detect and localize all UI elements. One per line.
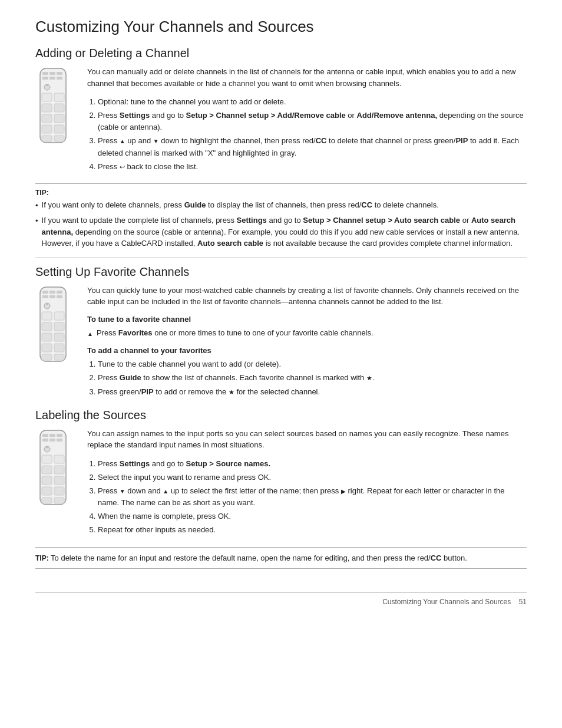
svg-rect-51 bbox=[54, 466, 64, 474]
favorites-content: You can quickly tune to your most-watche… bbox=[87, 285, 527, 403]
labeling-tip-block: TIP: To delete the name for an input and… bbox=[35, 547, 527, 569]
tip-bullet-2: • If you want to update the complete lis… bbox=[35, 215, 527, 249]
labeling-content: You can assign names to the input ports … bbox=[87, 428, 527, 541]
svg-rect-25 bbox=[49, 295, 55, 298]
svg-rect-34 bbox=[54, 333, 64, 341]
svg-rect-48 bbox=[42, 455, 52, 463]
footer-text: Customizing Your Channels and Sources 51 bbox=[382, 598, 527, 606]
svg-rect-38 bbox=[54, 354, 64, 360]
add-fav-step-1: Tune to the cable channel you want to ad… bbox=[98, 358, 527, 370]
adding-step-2: Press Settings and go to Setup > Channel… bbox=[98, 110, 527, 133]
svg-rect-49 bbox=[54, 455, 64, 463]
adding-tip-label: TIP: bbox=[35, 189, 527, 197]
tip-bullet-2-text: If you want to update the complete list … bbox=[42, 215, 527, 249]
add-favorites-steps: Tune to the cable channel you want to ad… bbox=[87, 358, 527, 397]
svg-rect-16 bbox=[42, 125, 52, 133]
svg-rect-2 bbox=[49, 72, 55, 75]
labeling-step-1: Press Settings and go to Setup > Source … bbox=[98, 458, 527, 470]
svg-rect-56 bbox=[42, 498, 52, 503]
subsection-tune-title: To tune to a favorite channel bbox=[87, 315, 527, 324]
favorites-block: You can quickly tune to your most-watche… bbox=[35, 285, 527, 403]
svg-rect-14 bbox=[42, 114, 52, 123]
svg-rect-6 bbox=[57, 77, 62, 80]
adding-step-1: Optional: tune to the channel you want t… bbox=[98, 96, 527, 108]
svg-rect-18 bbox=[42, 136, 52, 141]
adding-channel-block: You can manually add or delete channels … bbox=[35, 66, 527, 177]
labeling-step-2: Select the input you want to rename and … bbox=[98, 472, 527, 483]
page-title: Customizing Your Channels and Sources bbox=[35, 18, 527, 36]
svg-rect-9 bbox=[46, 84, 48, 86]
svg-rect-36 bbox=[54, 344, 64, 352]
svg-rect-12 bbox=[42, 104, 52, 112]
svg-rect-47 bbox=[46, 446, 48, 448]
svg-rect-54 bbox=[42, 487, 52, 495]
svg-rect-28 bbox=[46, 303, 48, 305]
svg-rect-37 bbox=[42, 354, 52, 360]
svg-rect-1 bbox=[42, 72, 48, 75]
remote-icon-2 bbox=[35, 286, 71, 363]
svg-rect-32 bbox=[54, 322, 64, 331]
svg-rect-17 bbox=[54, 125, 64, 133]
svg-rect-50 bbox=[42, 466, 52, 474]
tip-bullet-sym-2: • bbox=[35, 215, 38, 249]
svg-rect-44 bbox=[49, 439, 55, 442]
subsection-add-title: To add a channel to your favorites bbox=[87, 346, 527, 355]
remote-image-3 bbox=[35, 428, 77, 541]
svg-rect-45 bbox=[57, 439, 62, 442]
svg-rect-7 bbox=[42, 77, 48, 80]
adding-step-3: Press up and down to highlight the chann… bbox=[98, 135, 527, 159]
tune-arrow bbox=[87, 328, 93, 340]
footer: Customizing Your Channels and Sources 51 bbox=[35, 592, 527, 606]
section-title-labeling: Labeling the Sources bbox=[35, 409, 527, 422]
remote-image-1 bbox=[35, 66, 77, 177]
svg-rect-5 bbox=[49, 77, 55, 80]
svg-rect-57 bbox=[54, 498, 64, 503]
svg-rect-15 bbox=[54, 114, 64, 123]
svg-rect-53 bbox=[54, 476, 64, 485]
svg-rect-23 bbox=[57, 291, 62, 294]
section-title-adding: Adding or Deleting a Channel bbox=[35, 47, 527, 60]
tip-bullet-1-text: If you want only to delete channels, pre… bbox=[42, 199, 439, 212]
svg-rect-21 bbox=[42, 291, 48, 294]
section-title-favorites: Setting Up Favorite Channels bbox=[35, 265, 527, 279]
svg-rect-24 bbox=[42, 295, 48, 298]
adding-step-4: Press back to close the list. bbox=[98, 161, 527, 173]
svg-rect-26 bbox=[57, 295, 62, 298]
tip-bullet-sym-1: • bbox=[35, 200, 38, 212]
svg-rect-22 bbox=[49, 291, 55, 294]
add-fav-step-2: Press Guide to show the list of channels… bbox=[98, 372, 527, 384]
svg-rect-52 bbox=[42, 476, 52, 485]
svg-rect-40 bbox=[42, 434, 48, 437]
labeling-block: You can assign names to the input ports … bbox=[35, 428, 527, 541]
svg-rect-35 bbox=[42, 344, 52, 352]
adding-channel-content: You can manually add or delete channels … bbox=[87, 66, 527, 177]
footer-left: Customizing Your Channels and Sources bbox=[382, 598, 511, 606]
svg-rect-43 bbox=[42, 439, 48, 442]
labeling-intro: You can assign names to the input ports … bbox=[87, 428, 527, 451]
labeling-step-4: When the name is complete, press OK. bbox=[98, 510, 527, 522]
svg-rect-41 bbox=[49, 434, 55, 437]
svg-rect-10 bbox=[42, 93, 52, 101]
labeling-tip-label: TIP: bbox=[35, 554, 49, 562]
svg-rect-29 bbox=[42, 312, 52, 320]
adding-intro: You can manually add or delete channels … bbox=[87, 66, 527, 89]
remote-icon-3 bbox=[35, 429, 71, 506]
labeling-tip-text: To delete the name for an input and rest… bbox=[51, 554, 467, 562]
svg-rect-3 bbox=[57, 72, 62, 75]
adding-tip-block: TIP: • If you want only to delete channe… bbox=[35, 183, 527, 258]
svg-rect-11 bbox=[54, 93, 64, 101]
svg-rect-19 bbox=[54, 136, 64, 141]
footer-page-number: 51 bbox=[519, 598, 527, 606]
labeling-step-3: Press down and up to select the first le… bbox=[98, 485, 527, 509]
labeling-step-5: Repeat for other inputs as needed. bbox=[98, 524, 527, 536]
tune-bullet: Press Favorites one or more times to tun… bbox=[87, 327, 527, 340]
remote-icon-1 bbox=[35, 67, 71, 144]
tip-bullet-1: • If you want only to delete channels, p… bbox=[35, 199, 527, 212]
tune-text: Press Favorites one or more times to tun… bbox=[97, 327, 373, 340]
svg-rect-31 bbox=[42, 322, 52, 331]
adding-steps-list: Optional: tune to the channel you want t… bbox=[87, 96, 527, 173]
svg-rect-33 bbox=[42, 333, 52, 341]
svg-rect-30 bbox=[54, 312, 64, 320]
svg-rect-55 bbox=[54, 487, 64, 495]
svg-rect-13 bbox=[54, 104, 64, 112]
